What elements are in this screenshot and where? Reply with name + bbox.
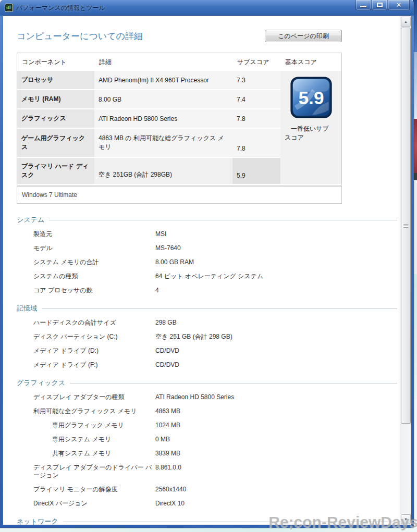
detail-row: 専用グラフィック メモリ 1024 MB (17, 418, 397, 432)
lowest-subscore-caption: 一番低いサブスコア (285, 125, 333, 142)
section-rule (42, 308, 397, 309)
detail-row: システム メモリの合計 8.00 GB RAM (17, 255, 397, 269)
section-title: ネットワーク (17, 517, 63, 525)
detail-cell: 8.00 GB (94, 90, 232, 108)
detail-row: DirectX バージョン DirectX 10 (17, 497, 397, 511)
subscore-cell: 7.8 (232, 109, 280, 128)
base-score-badge: 5.9 (290, 77, 332, 118)
titlebar[interactable]: パフォーマンスの情報とツール ✕ (0, 0, 414, 16)
detail-row: メディア ドライブ (D:) CD/DVD (17, 344, 397, 358)
detail-row: ディスク パーティション (C:) 空き 251 GB (合計 298 GB) (17, 330, 397, 344)
section-rule (70, 383, 397, 383)
section-title: グラフィックス (17, 378, 70, 388)
subscore-cell: 7.3 (232, 71, 280, 89)
close-icon[interactable]: ✕ (388, 0, 410, 10)
base-score-column: 5.9 一番低いサブスコア (280, 71, 341, 184)
section-title: 記憶域 (17, 304, 42, 313)
detail-row: メディア ドライブ (F:) CD/DVD (17, 358, 397, 372)
detail-row: 利用可能な全グラフィックス メモリ 4863 MB (17, 404, 397, 418)
header-detail: 詳細 (94, 58, 232, 67)
header-base-score: 基本スコア (280, 58, 341, 67)
score-table: コンポーネント 詳細 サブスコア 基本スコア プロセッサ AMD Phenom(… (17, 53, 342, 185)
subscore-cell: 5.9 (232, 158, 280, 184)
minimize-icon[interactable] (355, 0, 371, 10)
component-cell: プライマリ ハード ディスク (17, 158, 94, 184)
header-component: コンポーネント (17, 58, 94, 67)
header-subscore: サブスコア (232, 58, 280, 67)
content-area: コンピューターについての詳細 このページの印刷 コンポーネント 詳細 サブスコア… (3, 16, 411, 525)
detail-row: コア プロセッサの数 4 (17, 283, 397, 298)
detail-row: システムの種類 64 ビット オペレーティング システム (17, 269, 397, 283)
detail-row: 製造元 MSI (17, 227, 397, 241)
watermark: Re;con-ReviewDays (268, 513, 417, 531)
detail-row: モデル MS-7640 (17, 241, 397, 255)
scrollbar-thumb[interactable] (401, 28, 411, 424)
detail-cell: ATI Radeon HD 5800 Series (94, 109, 232, 128)
detail-cell: 空き 251GB (合計 298GB) (94, 158, 232, 184)
component-cell: メモリ (RAM) (17, 90, 94, 108)
vertical-scrollbar[interactable]: ▲ ▼ (400, 16, 411, 525)
scroll-up-icon[interactable]: ▲ (401, 17, 411, 27)
section-title: システム (17, 215, 49, 225)
performance-tools-window: パフォーマンスの情報とツール ✕ コンピューターについての詳細 このページの印刷… (0, 0, 414, 528)
detail-cell: 4863 MB の 利用可能な総グラフィックス メモリ (94, 129, 232, 157)
detail-row: 専用システム メモリ 0 MB (17, 432, 397, 447)
window-controls: ✕ (355, 0, 410, 10)
detail-sections: システム 製造元 MSI モデル MS-7640 システム メモリの合計 8.0… (17, 209, 397, 525)
performance-monitor-icon (5, 4, 13, 12)
section-system: システム (17, 215, 397, 225)
detail-row: ディスプレイ アダプターの種類 ATI Radeon HD 5800 Serie… (17, 390, 397, 404)
subscore-cell: 7.8 (232, 129, 280, 157)
detail-row: プライマリ モニターの解像度 2560x1440 (17, 482, 397, 497)
os-edition-box: Windows 7 Ultimate (17, 186, 342, 204)
detail-row: ハードディスクの合計サイズ 298 GB (17, 316, 397, 330)
section-storage: 記憶域 (17, 304, 397, 313)
print-page-button[interactable]: このページの印刷 (265, 30, 342, 42)
component-cell: プロセッサ (17, 71, 94, 89)
detail-row: ディスプレイ アダプターのドライバー バージョン 8.861.0.0 (17, 461, 397, 482)
window-title: パフォーマンスの情報とツール (16, 4, 105, 13)
component-cell: グラフィックス (17, 109, 94, 128)
detail-cell: AMD Phenom(tm) II X4 960T Processor (94, 71, 232, 89)
svg-text:5.9: 5.9 (299, 88, 324, 108)
score-table-header: コンポーネント 詳細 サブスコア 基本スコア (17, 53, 341, 71)
component-cell: ゲーム用グラフィックス (17, 129, 94, 157)
maximize-icon[interactable] (372, 0, 387, 10)
page-title: コンピューターについての詳細 (17, 30, 143, 42)
subscore-cell: 7.4 (232, 90, 280, 108)
section-rule (49, 220, 397, 220)
detail-row: 共有システム メモリ 3839 MB (17, 447, 397, 461)
section-graphics: グラフィックス (17, 378, 397, 388)
